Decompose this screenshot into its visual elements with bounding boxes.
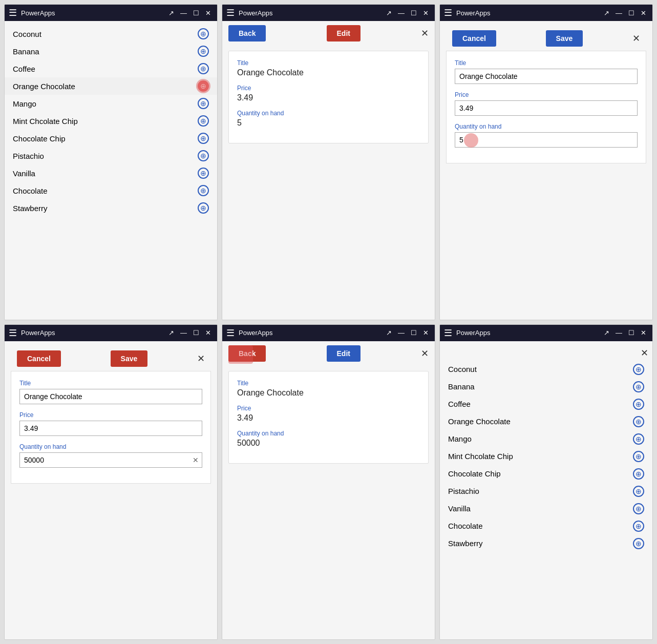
list-item-chocolate[interactable]: Chocolate ⊕ <box>5 182 217 199</box>
min-btn-2[interactable]: — <box>396 9 407 17</box>
list-item-stawberry[interactable]: Stawberry ⊕ <box>5 199 217 217</box>
item-icon-chocolate: ⊕ <box>198 185 209 196</box>
list-item-banana[interactable]: Banana ⊕ <box>5 43 217 60</box>
list-item-6-coconut[interactable]: Coconut ⊕ <box>440 361 652 378</box>
item-icon-6-choc-chip: ⊕ <box>633 468 644 480</box>
app-title-1: PowerApps <box>21 9 162 17</box>
save-button-3[interactable]: Save <box>546 30 583 47</box>
expand-btn-4[interactable]: ↗ <box>166 329 176 337</box>
form-price-field-4: Price <box>19 411 202 436</box>
max-btn-5[interactable]: ☐ <box>409 329 419 337</box>
list-item-6-chocolate[interactable]: Chocolate ⊕ <box>440 517 652 535</box>
form-section-4: Title Price Quantity on hand ✕ <box>11 371 211 484</box>
form-title-field-4: Title <box>19 380 202 404</box>
item-icon-6-chocolate: ⊕ <box>633 521 644 532</box>
form-qty-input-3[interactable] <box>455 132 638 148</box>
item-icon-6-coconut: ⊕ <box>633 364 644 375</box>
close-btn-3[interactable]: ✕ <box>639 9 648 17</box>
list-item-6-pistachio[interactable]: Pistachio ⊕ <box>440 483 652 500</box>
close-btn-4[interactable]: ✕ <box>203 329 213 337</box>
expand-btn-5[interactable]: ↗ <box>384 329 394 337</box>
window-controls-1: ↗ — ☐ ✕ <box>166 9 213 17</box>
list-item-6-vanilla[interactable]: Vanilla ⊕ <box>440 500 652 517</box>
list-item-orange-choc[interactable]: Orange Chocolate ⊕ <box>5 77 217 95</box>
item-icon-banana: ⊕ <box>198 46 209 57</box>
back-button-5[interactable]: Back <box>228 345 266 362</box>
form-qty-label-4: Quantity on hand <box>19 443 202 450</box>
qty-input-wrapper-4: ✕ <box>19 452 202 468</box>
list-item-6-choc-chip[interactable]: Chocolate Chip ⊕ <box>440 465 652 483</box>
list-item-6-stawberry[interactable]: Stawberry ⊕ <box>440 535 652 552</box>
form-price-input-4[interactable] <box>19 421 202 436</box>
expand-btn-2[interactable]: ↗ <box>384 9 394 17</box>
cancel-button-3[interactable]: Cancel <box>452 30 496 47</box>
max-btn-6[interactable]: ☐ <box>626 329 637 337</box>
toolbar-2: Back Edit ✕ <box>222 21 435 46</box>
list-item-6-mango[interactable]: Mango ⊕ <box>440 430 652 448</box>
close-btn-2[interactable]: ✕ <box>421 9 431 17</box>
form-price-label-4: Price <box>19 411 202 419</box>
back-button-2[interactable]: Back <box>228 25 266 41</box>
panel-close-4[interactable]: ✕ <box>197 353 205 364</box>
expand-btn-6[interactable]: ↗ <box>602 329 611 337</box>
item-icon-coconut: ⊕ <box>198 28 209 39</box>
menu-icon-3[interactable]: ☰ <box>444 7 452 18</box>
max-btn-1[interactable]: ☐ <box>191 9 201 17</box>
form-section-3: Title Price Quantity on hand <box>446 51 646 163</box>
menu-icon-4[interactable]: ☰ <box>9 327 17 339</box>
expand-btn-3[interactable]: ↗ <box>602 9 611 17</box>
min-btn-5[interactable]: — <box>396 329 407 337</box>
list-item-mint[interactable]: Mint Chcolate Chip ⊕ <box>5 112 217 130</box>
min-btn-3[interactable]: — <box>613 9 624 17</box>
detail-qty-label-5: Quantity on hand <box>237 430 420 437</box>
menu-icon-6[interactable]: ☰ <box>444 327 452 339</box>
form-title-input-3[interactable] <box>455 69 638 84</box>
list-item-mango[interactable]: Mango ⊕ <box>5 95 217 112</box>
list-item-6-mint[interactable]: Mint Chcolate Chip ⊕ <box>440 448 652 465</box>
form-price-input-3[interactable] <box>455 100 638 116</box>
app-title-5: PowerApps <box>239 329 380 337</box>
menu-icon-5[interactable]: ☰ <box>226 327 235 339</box>
panel-close-3[interactable]: ✕ <box>632 33 640 44</box>
list-item-coconut[interactable]: Coconut ⊕ <box>5 25 217 43</box>
titlebar-2: ☰ PowerApps ↗ — ☐ ✕ <box>222 5 435 21</box>
min-btn-6[interactable]: — <box>613 329 624 337</box>
panel-close-2[interactable]: ✕ <box>421 28 429 39</box>
cancel-button-4[interactable]: Cancel <box>17 350 61 367</box>
expand-btn-1[interactable]: ↗ <box>166 9 176 17</box>
min-btn-4[interactable]: — <box>178 329 189 337</box>
list-item-6-coffee[interactable]: Coffee ⊕ <box>440 396 652 413</box>
min-btn-1[interactable]: — <box>178 9 189 17</box>
menu-icon-2[interactable]: ☰ <box>226 7 235 18</box>
item-icon-vanilla: ⊕ <box>198 168 209 179</box>
save-button-4[interactable]: Save <box>111 350 148 367</box>
max-btn-3[interactable]: ☐ <box>626 9 637 17</box>
list-item-6-banana[interactable]: Banana ⊕ <box>440 378 652 396</box>
form-content-4: Cancel Save ✕ Title Price Quantity on ha… <box>5 341 217 640</box>
detail-price-label-2: Price <box>237 85 420 92</box>
titlebar-1: ☰ PowerApps ↗ — ☐ ✕ <box>5 5 217 21</box>
detail-title-label-5: Title <box>237 380 420 387</box>
list-item-vanilla[interactable]: Vanilla ⊕ <box>5 164 217 182</box>
list-toolbar-6: ✕ <box>440 345 652 361</box>
list-item-coffee[interactable]: Coffee ⊕ <box>5 60 217 77</box>
form-qty-input-4[interactable] <box>20 453 189 467</box>
max-btn-4[interactable]: ☐ <box>191 329 201 337</box>
list-item-choc-chip[interactable]: Chocolate Chip ⊕ <box>5 130 217 147</box>
edit-button-5[interactable]: Edit <box>327 345 361 362</box>
detail-card-2: Title Orange Chocolate Price 3.49 Quanti… <box>228 51 429 143</box>
close-btn-1[interactable]: ✕ <box>203 9 213 17</box>
close-btn-6[interactable]: ✕ <box>639 329 648 337</box>
item-icon-choc-chip: ⊕ <box>198 133 209 144</box>
titlebar-6: ☰ PowerApps ↗ — ☐ ✕ <box>440 325 652 341</box>
clear-icon-4[interactable]: ✕ <box>189 456 202 464</box>
list-item-pistachio[interactable]: Pistachio ⊕ <box>5 147 217 164</box>
form-title-input-4[interactable] <box>19 389 202 404</box>
edit-button-2[interactable]: Edit <box>327 25 361 41</box>
panel-close-5[interactable]: ✕ <box>421 348 429 359</box>
close-btn-5[interactable]: ✕ <box>421 329 431 337</box>
list-item-6-orange-choc[interactable]: Orange Chocolate ⊕ <box>440 413 652 430</box>
menu-icon-1[interactable]: ☰ <box>9 7 17 18</box>
list-close-6[interactable]: ✕ <box>641 347 648 359</box>
max-btn-2[interactable]: ☐ <box>409 9 419 17</box>
